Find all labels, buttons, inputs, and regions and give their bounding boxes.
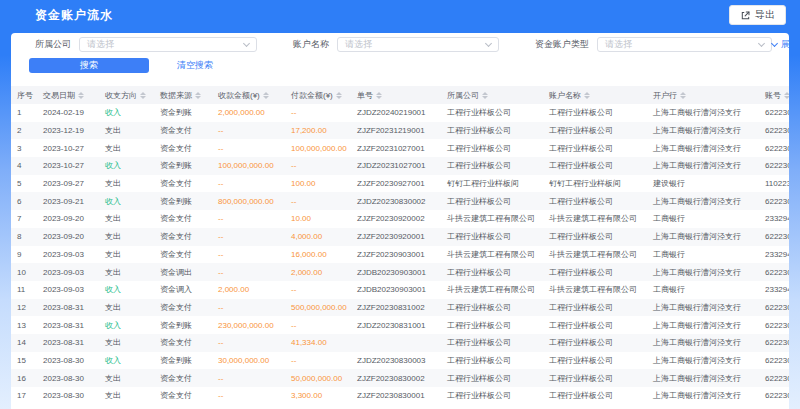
top-bar: 资金账户流水 导出 [0,0,800,30]
sort-icon[interactable] [78,92,84,99]
sort-icon[interactable] [263,92,269,99]
cell-company: 工程行业样板公司 [441,369,543,387]
cell-company: 工程行业样板公司 [441,192,543,210]
cell-account_no: 11022382 [759,175,789,193]
sort-icon[interactable] [195,92,201,99]
cell-account_no: 622230111 [759,387,789,405]
col-header-order_no[interactable]: 单号 [351,86,441,104]
cell-date: 2023-09-21 [37,192,99,210]
cell-source: 资金到账 [154,157,212,175]
account-type-select-placeholder: 请选择 [605,38,632,51]
expand-filters-link[interactable]: 展开筛选 [772,38,789,51]
cell-receipt: -- [212,210,285,228]
cell-account_no: 622230111 [759,352,789,370]
filter-account-type: 资金账户类型 请选择 [535,37,772,52]
cell-direction: 支出 [99,210,154,228]
col-header-account_no[interactable]: 账号 [759,86,789,104]
cell-bank: 上海工商银行漕河泾支行 [647,192,759,210]
table-row: 82023-09-20支出资金支付--4,000.00ZJZF202309200… [11,228,789,246]
cell-receipt: 800,000,000.00 [212,192,285,210]
cell-order_no: ZJZF20231219001 [351,122,441,140]
cell-receipt: -- [212,122,285,140]
table-row: 12024-02-19收入资金到账2,000,000.00--ZJDZ20240… [11,104,789,122]
table-row: 132023-08-31收入资金到账230,000,000.00--ZJDZ20… [11,316,789,334]
action-bar: 搜索 清空搜索 [29,58,789,73]
cell-account_name: 工程行业样板公司 [543,228,647,246]
cell-source: 资金支付 [154,334,212,352]
chevron-down-icon [758,39,765,46]
cell-account_name: 斗拱云建筑工程有限公司 [543,281,647,299]
cell-account_name: 工程行业样板公司 [543,352,647,370]
cell-account_no: 622230111 [759,316,789,334]
col-header-direction[interactable]: 收支方向 [99,86,154,104]
col-header-account_name[interactable]: 账户名称 [543,86,647,104]
cell-account_name: 工程行业样板公司 [543,316,647,334]
table-row: 32023-10-27支出资金支付--100,000,000.00ZJZF202… [11,139,789,157]
cell-bank: 上海工商银行漕河泾支行 [647,157,759,175]
cell-bank: 上海工商银行漕河泾支行 [647,122,759,140]
export-button[interactable]: 导出 [729,5,786,25]
cell-direction: 支出 [99,139,154,157]
transactions-table-wrap: 序号交易日期收支方向数据来源收款金额(¥)付款金额(¥)单号所属公司账户名称开户… [11,86,789,405]
cell-order_no: ZJZF20230903001 [351,246,441,264]
col-header-source[interactable]: 数据来源 [154,86,212,104]
expand-filters-label: 展开筛选 [781,38,789,51]
cell-payment: 2,000.00 [285,263,351,281]
cell-payment: 50,000,000.00 [285,369,351,387]
col-header-payment[interactable]: 付款金额(¥) [285,86,351,104]
sort-icon[interactable] [140,92,146,99]
table-row: 172023-08-30支出资金支付--3,300.00ZJZF20230830… [11,387,789,405]
cell-source: 资金到账 [154,104,212,122]
cell-bank: 上海工商银行漕河泾支行 [647,104,759,122]
cell-payment: 10.00 [285,210,351,228]
cell-source: 资金支付 [154,139,212,157]
export-icon [740,10,751,21]
transactions-table: 序号交易日期收支方向数据来源收款金额(¥)付款金额(¥)单号所属公司账户名称开户… [11,86,789,405]
cell-source: 资金支付 [154,210,212,228]
cell-receipt: -- [212,387,285,405]
page-title: 资金账户流水 [35,7,113,24]
table-row: 152023-08-30收入资金到账30,000,000.00--ZJDZ202… [11,352,789,370]
col-header-date[interactable]: 交易日期 [37,86,99,104]
account-type-select[interactable]: 请选择 [597,37,772,52]
cell-account_name: 工程行业样板公司 [543,104,647,122]
cell-account_name: 工程行业样板公司 [543,369,647,387]
sort-icon[interactable] [784,92,789,99]
cell-date: 2023-10-27 [37,139,99,157]
cell-receipt: 2,000,000.00 [212,104,285,122]
cell-date: 2023-08-31 [37,316,99,334]
cell-index: 13 [11,316,37,334]
table-row: 122023-08-31支出资金支付--500,000,000.00ZJZF20… [11,299,789,317]
cell-account_name: 工程行业样板公司 [543,334,647,352]
cell-bank: 上海工商银行漕河泾支行 [647,334,759,352]
cell-direction: 收入 [99,104,154,122]
cell-date: 2023-09-03 [37,281,99,299]
account-select[interactable]: 请选择 [337,37,499,52]
cell-bank: 上海工商银行漕河泾支行 [647,387,759,405]
company-select[interactable]: 请选择 [79,37,257,52]
cell-receipt: 100,000,000.00 [212,157,285,175]
col-header-bank[interactable]: 开户行 [647,86,759,104]
sort-icon[interactable] [376,92,382,99]
cell-order_no: ZJDZ20230830003 [351,352,441,370]
cell-payment: -- [285,104,351,122]
cell-company: 斗拱云建筑工程有限公司 [441,246,543,264]
cell-account_no: 23329499 [759,246,789,264]
cell-date: 2023-09-03 [37,263,99,281]
table-row: 52023-09-27支出资金支付--100.00ZJZF20230927001… [11,175,789,193]
sort-icon[interactable] [680,92,686,99]
cell-direction: 支出 [99,175,154,193]
sort-icon[interactable] [336,92,342,99]
col-label: 付款金额(¥) [291,91,333,100]
col-header-company[interactable]: 所属公司 [441,86,543,104]
search-button[interactable]: 搜索 [29,58,149,73]
cell-receipt: -- [212,263,285,281]
cell-account_name: 斗拱云建筑工程有限公司 [543,210,647,228]
clear-search-link[interactable]: 清空搜索 [177,59,213,72]
col-header-receipt[interactable]: 收款金额(¥) [212,86,285,104]
sort-icon[interactable] [482,92,488,99]
cell-date: 2023-08-30 [37,369,99,387]
sort-icon[interactable] [584,92,590,99]
table-header-row: 序号交易日期收支方向数据来源收款金额(¥)付款金额(¥)单号所属公司账户名称开户… [11,86,789,104]
cell-payment: -- [285,157,351,175]
